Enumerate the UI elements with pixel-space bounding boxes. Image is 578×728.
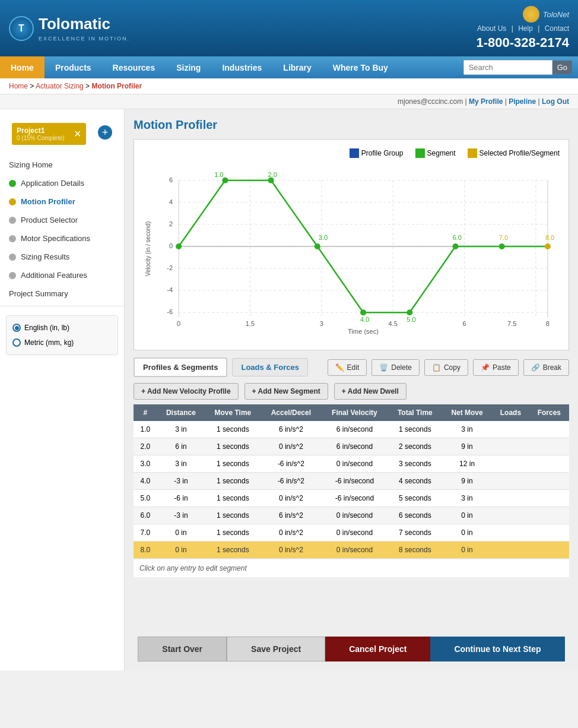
tab-loads-forces[interactable]: Loads & Forces [232, 358, 308, 376]
copy-icon: 📋 [432, 363, 441, 372]
radio-english-outer [12, 324, 21, 332]
svg-text:7.0: 7.0 [499, 234, 508, 241]
svg-point-36 [406, 309, 412, 315]
table-row[interactable]: 4.0-3 in1 seconds-6 in/s^2-6 in/second4 … [134, 473, 569, 490]
svg-point-31 [176, 243, 182, 249]
svg-text:2: 2 [169, 220, 173, 227]
page-title: Motion Profiler [134, 118, 569, 132]
logo-text-block: Tolomatic EXCELLENCE IN MOTION. [39, 15, 130, 42]
legend-segment-label: Segment [427, 149, 456, 157]
nav-library[interactable]: Library [272, 56, 322, 78]
table-row[interactable]: 8.00 in1 seconds0 in/s^20 in/second8 sec… [134, 542, 569, 559]
svg-point-37 [452, 243, 458, 249]
add-velocity-profile-button[interactable]: + Add New Velocity Profile [134, 383, 239, 400]
nav-bar: Home Products Resources Sizing Industrie… [0, 56, 578, 78]
nav-where-to-buy[interactable]: Where To Buy [322, 56, 399, 78]
svg-text:-2: -2 [167, 264, 173, 271]
sidebar-item-sizing-results[interactable]: Sizing Results [0, 248, 124, 266]
legend-profile-group: Profile Group [350, 148, 404, 158]
spacer-2 [134, 601, 569, 625]
sizing-home-label: Sizing Home [9, 160, 53, 169]
contact-link[interactable]: Contact [545, 24, 569, 33]
add-project-button[interactable]: + [98, 125, 112, 140]
sidebar-item-application-details[interactable]: Application Details [0, 174, 124, 192]
additional-features-label: Additional Features [21, 271, 87, 280]
legend-selected-label: Selected Profile/Segment [479, 149, 560, 157]
my-profile-link[interactable]: My Profile [469, 97, 503, 106]
project-progress: 0 (15% Complete) [17, 135, 65, 141]
col-accel: Accel/Decel [261, 404, 321, 421]
sidebar-item-additional-features[interactable]: Additional Features [0, 266, 124, 284]
tab-profiles-segments[interactable]: Profiles & Segments [134, 357, 227, 377]
delete-button[interactable]: 🗑️ Delete [371, 359, 420, 376]
table-row[interactable]: 2.06 in1 seconds0 in/s^26 in/second2 sec… [134, 438, 569, 455]
nav-products[interactable]: Products [45, 56, 102, 78]
svg-text:1.5: 1.5 [246, 320, 255, 327]
add-segment-button[interactable]: + Add New Segment [244, 383, 328, 400]
svg-text:2.0: 2.0 [268, 171, 277, 178]
delete-icon: 🗑️ [379, 363, 388, 372]
sizing-results-label: Sizing Results [21, 252, 69, 261]
col-num: # [134, 404, 157, 421]
breadcrumb-home[interactable]: Home [9, 82, 28, 90]
table-row[interactable]: 5.0-6 in1 seconds0 in/s^2-6 in/second5 s… [134, 490, 569, 507]
svg-text:5.0: 5.0 [406, 316, 415, 323]
sidebar-item-product-selector[interactable]: Product Selector [0, 211, 124, 229]
main-layout: Project1 0 (15% Complete) ✕ + Sizing Hom… [0, 109, 578, 670]
svg-text:Velocity (in / second): Velocity (in / second) [145, 221, 151, 276]
break-button[interactable]: 🔗 Break [523, 359, 569, 376]
edit-button[interactable]: ✏️ Edit [328, 359, 367, 376]
search-button[interactable]: Go [552, 61, 572, 74]
legend-segment-color [415, 148, 425, 158]
pipeline-link[interactable]: Pipeline [509, 97, 536, 106]
breadcrumb-actuator-sizing[interactable]: Actuator Sizing [36, 82, 84, 90]
save-project-button[interactable]: Save Project [227, 637, 325, 661]
svg-text:3: 3 [320, 320, 323, 327]
nav-resources[interactable]: Resources [102, 56, 166, 78]
svg-point-32 [222, 178, 228, 183]
table-row[interactable]: 6.0-3 in1 seconds6 in/s^20 in/second6 se… [134, 507, 569, 524]
dot-additional-features [9, 272, 16, 279]
col-total-time: Total Time [388, 404, 442, 421]
nav-sizing[interactable]: Sizing [166, 56, 211, 78]
svg-text:0: 0 [177, 320, 180, 327]
continue-button[interactable]: Continue to Next Step [430, 637, 564, 661]
tolonet-label[interactable]: ToloNet [543, 10, 569, 19]
table-row[interactable]: 1.03 in1 seconds6 in/s^26 in/second1 sec… [134, 421, 569, 438]
table-row[interactable]: 3.03 in1 seconds-6 in/s^20 in/second3 se… [134, 455, 569, 473]
start-over-button[interactable]: Start Over [138, 637, 227, 661]
search-input[interactable] [463, 60, 552, 75]
svg-text:6.0: 6.0 [452, 234, 461, 241]
help-link[interactable]: Help [518, 24, 533, 33]
project-bar[interactable]: Project1 0 (15% Complete) ✕ [12, 123, 86, 145]
svg-text:3.0: 3.0 [319, 234, 328, 241]
sidebar-item-motion-profiler[interactable]: Motion Profiler [0, 192, 124, 211]
legend-profile-group-color [350, 148, 359, 158]
about-link[interactable]: About Us [477, 24, 506, 33]
header-links: About Us | Help | Contact [476, 24, 569, 33]
col-net-move: Net Move [442, 404, 492, 421]
nav-industries[interactable]: Industries [211, 56, 272, 78]
svg-text:6: 6 [462, 320, 466, 327]
dot-motion-profiler [9, 198, 16, 205]
project-close-icon[interactable]: ✕ [74, 128, 81, 140]
unit-english[interactable]: English (in, lb) [12, 322, 112, 334]
nav-home[interactable]: Home [0, 56, 45, 78]
table-row[interactable]: 7.00 in1 seconds0 in/s^20 in/second7 sec… [134, 524, 569, 542]
log-out-link[interactable]: Log Out [542, 97, 569, 106]
svg-point-39 [545, 243, 551, 249]
header-right: ToloNet About Us | Help | Contact 1-800-… [476, 6, 569, 50]
radio-english-inner [15, 326, 19, 330]
svg-text:-4: -4 [167, 286, 173, 293]
cancel-project-button[interactable]: Cancel Project [325, 637, 430, 661]
copy-button[interactable]: 📋 Copy [424, 359, 468, 376]
sidebar-item-motor-specs[interactable]: Motor Specifications [0, 229, 124, 248]
sidebar-item-project-summary[interactable]: Project Summary [0, 284, 124, 303]
radio-metric-outer [12, 338, 21, 347]
dot-motor-specs [9, 235, 16, 242]
unit-metric[interactable]: Metric (mm, kg) [12, 337, 112, 349]
paste-button[interactable]: 📌 Paste [473, 359, 519, 376]
header: T Tolomatic EXCELLENCE IN MOTION. ToloNe… [0, 0, 578, 56]
sidebar-item-sizing-home[interactable]: Sizing Home [0, 156, 124, 174]
add-dwell-button[interactable]: + Add New Dwell [334, 383, 406, 400]
